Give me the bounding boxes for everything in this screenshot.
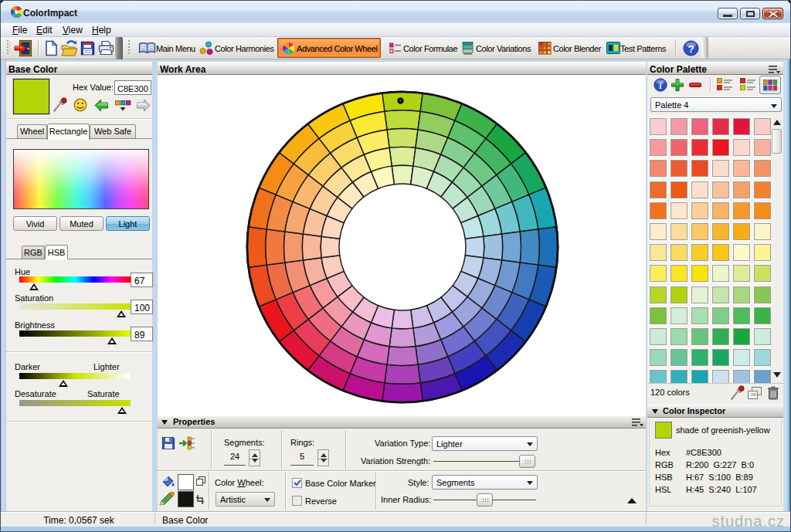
svg-text:?: ? [687, 43, 694, 55]
